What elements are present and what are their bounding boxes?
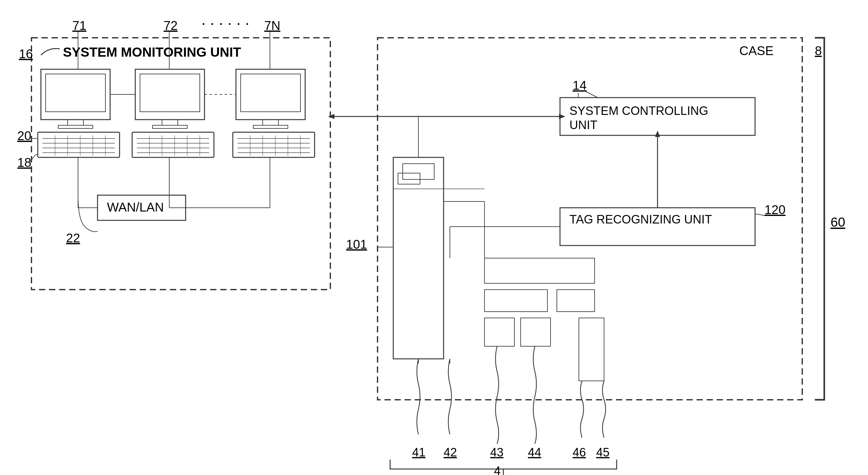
- svg-rect-18: [162, 120, 178, 125]
- num-42-label: 42: [443, 446, 457, 459]
- svg-rect-73: [579, 318, 604, 381]
- tag-recognizing-unit-label1: TAG RECOGNIZING UNIT: [569, 213, 712, 226]
- system-controlling-unit-label2: UNIT: [569, 118, 597, 131]
- num-44-label: 44: [528, 446, 541, 459]
- num-72-label: 72: [164, 19, 178, 32]
- num-4-label: 4: [494, 464, 500, 475]
- svg-rect-20: [132, 132, 214, 157]
- num-16-label: 16: [19, 47, 33, 61]
- diagram-container: SYSTEM MONITORING UNIT 16 20 18: [0, 0, 868, 475]
- svg-rect-3: [68, 120, 83, 125]
- svg-rect-72: [521, 318, 551, 346]
- system-monitoring-unit-label: SYSTEM MONITORING UNIT: [63, 45, 241, 59]
- num-20-label: 20: [17, 129, 31, 143]
- svg-marker-61: [655, 130, 660, 137]
- svg-rect-31: [241, 74, 301, 112]
- num-8-label: 8: [815, 44, 822, 58]
- svg-rect-2: [45, 74, 105, 112]
- num-22-label: 22: [66, 231, 80, 245]
- svg-rect-5: [38, 132, 120, 157]
- dots-label: · · · · · ·: [202, 14, 249, 32]
- num-41-label: 41: [412, 446, 425, 459]
- svg-rect-33: [253, 125, 288, 128]
- svg-rect-17: [140, 74, 200, 112]
- svg-rect-32: [263, 120, 278, 125]
- num-43-label: 43: [490, 446, 503, 459]
- num-14-label: 14: [572, 78, 587, 92]
- svg-rect-69: [485, 290, 548, 311]
- num-18-label: 18: [17, 155, 31, 169]
- case-label: CASE: [739, 44, 774, 58]
- svg-marker-64: [559, 114, 565, 119]
- svg-rect-70: [557, 290, 595, 311]
- svg-rect-66: [403, 164, 434, 179]
- svg-rect-19: [153, 125, 187, 128]
- svg-rect-65: [393, 157, 443, 359]
- svg-rect-34: [233, 132, 315, 157]
- svg-rect-68: [485, 258, 595, 283]
- svg-rect-85: [398, 173, 420, 184]
- svg-line-58: [585, 91, 598, 97]
- num-120-label: 120: [765, 203, 785, 216]
- svg-rect-71: [485, 318, 515, 346]
- num-71-label: 71: [72, 19, 87, 32]
- num-46-label: 46: [572, 446, 586, 459]
- num-7n-label: 7N: [264, 19, 280, 32]
- num-60-label: 60: [831, 215, 845, 230]
- num-101-label: 101: [346, 237, 367, 251]
- svg-rect-4: [58, 125, 93, 128]
- num-45-label: 45: [596, 446, 610, 459]
- system-controlling-unit-label: SYSTEM CONTROLLING: [569, 104, 708, 117]
- svg-rect-0: [31, 38, 330, 290]
- wan-lan-label: WAN/LAN: [107, 200, 164, 214]
